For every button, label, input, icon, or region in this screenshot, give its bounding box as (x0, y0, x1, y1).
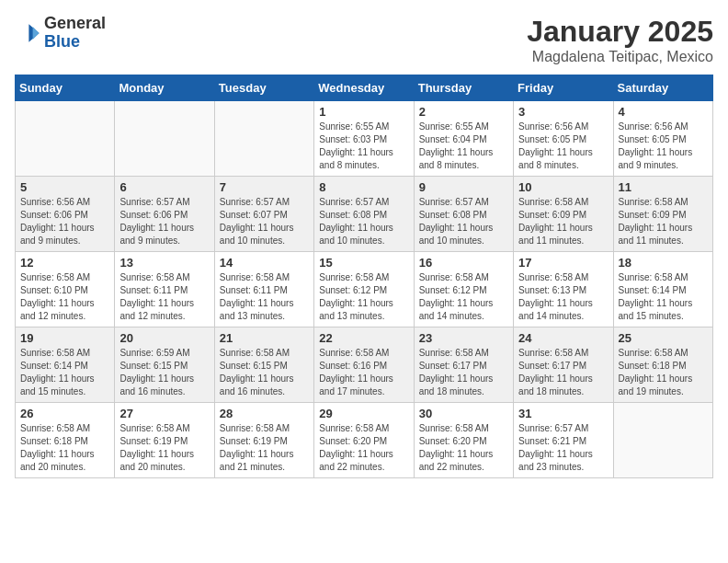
day-info: Sunrise: 6:57 AM Sunset: 6:07 PM Dayligh… (220, 196, 309, 247)
day-number: 18 (619, 256, 708, 270)
calendar-cell: 1Sunrise: 6:55 AM Sunset: 6:03 PM Daylig… (314, 101, 414, 177)
month-title: January 2025 (527, 15, 713, 49)
day-info: Sunrise: 6:58 AM Sunset: 6:12 PM Dayligh… (419, 271, 508, 323)
calendar-cell (613, 403, 712, 478)
day-number: 2 (419, 105, 508, 119)
logo: General Blue (15, 15, 106, 52)
day-info: Sunrise: 6:55 AM Sunset: 6:04 PM Dayligh… (419, 121, 508, 172)
calendar-cell: 31Sunrise: 6:57 AM Sunset: 6:21 PM Dayli… (514, 403, 613, 478)
calendar-cell: 19Sunrise: 6:58 AM Sunset: 6:14 PM Dayli… (16, 327, 115, 403)
day-info: Sunrise: 6:58 AM Sunset: 6:12 PM Dayligh… (319, 271, 408, 323)
calendar-cell: 17Sunrise: 6:58 AM Sunset: 6:13 PM Dayli… (514, 252, 613, 327)
logo-text: General Blue (44, 15, 106, 52)
calendar-cell: 28Sunrise: 6:58 AM Sunset: 6:19 PM Dayli… (214, 403, 313, 478)
day-number: 1 (319, 105, 408, 119)
day-number: 3 (518, 105, 608, 119)
day-number: 30 (419, 407, 508, 420)
calendar-week-2: 5Sunrise: 6:56 AM Sunset: 6:06 PM Daylig… (16, 177, 713, 252)
calendar-cell: 12Sunrise: 6:58 AM Sunset: 6:10 PM Dayli… (16, 252, 115, 327)
calendar-week-1: 1Sunrise: 6:55 AM Sunset: 6:03 PM Daylig… (16, 101, 713, 177)
day-number: 28 (220, 407, 309, 420)
day-number: 24 (518, 331, 608, 345)
day-info: Sunrise: 6:56 AM Sunset: 6:05 PM Dayligh… (518, 121, 608, 172)
day-number: 10 (518, 180, 608, 194)
calendar-cell: 26Sunrise: 6:58 AM Sunset: 6:18 PM Dayli… (16, 403, 115, 478)
calendar-cell: 8Sunrise: 6:57 AM Sunset: 6:08 PM Daylig… (314, 177, 414, 252)
day-number: 29 (319, 407, 408, 420)
day-info: Sunrise: 6:57 AM Sunset: 6:08 PM Dayligh… (319, 196, 408, 247)
calendar-cell: 25Sunrise: 6:58 AM Sunset: 6:18 PM Dayli… (613, 327, 712, 403)
day-number: 11 (619, 180, 708, 194)
day-number: 17 (518, 256, 608, 270)
day-number: 13 (119, 256, 209, 270)
day-info: Sunrise: 6:58 AM Sunset: 6:13 PM Dayligh… (518, 271, 608, 323)
day-number: 5 (20, 180, 109, 194)
weekday-header-friday: Friday (514, 75, 613, 101)
day-info: Sunrise: 6:56 AM Sunset: 6:06 PM Dayligh… (20, 196, 109, 247)
weekday-header-tuesday: Tuesday (214, 75, 313, 101)
day-info: Sunrise: 6:58 AM Sunset: 6:15 PM Dayligh… (220, 347, 309, 398)
day-info: Sunrise: 6:58 AM Sunset: 6:20 PM Dayligh… (319, 422, 408, 474)
day-info: Sunrise: 6:58 AM Sunset: 6:17 PM Dayligh… (419, 347, 508, 398)
day-number: 12 (20, 256, 109, 270)
day-number: 19 (20, 331, 109, 345)
calendar-cell: 18Sunrise: 6:58 AM Sunset: 6:14 PM Dayli… (613, 252, 712, 327)
day-info: Sunrise: 6:58 AM Sunset: 6:19 PM Dayligh… (119, 422, 209, 474)
day-info: Sunrise: 6:58 AM Sunset: 6:14 PM Dayligh… (619, 271, 708, 323)
day-number: 26 (20, 407, 109, 420)
calendar-cell: 6Sunrise: 6:57 AM Sunset: 6:06 PM Daylig… (115, 177, 214, 252)
weekday-header-sunday: Sunday (16, 75, 115, 101)
day-number: 14 (220, 256, 309, 270)
day-number: 6 (119, 180, 209, 194)
weekday-header-thursday: Thursday (414, 75, 513, 101)
day-number: 9 (419, 180, 508, 194)
day-number: 31 (518, 407, 608, 420)
calendar-cell: 27Sunrise: 6:58 AM Sunset: 6:19 PM Dayli… (115, 403, 214, 478)
calendar-week-3: 12Sunrise: 6:58 AM Sunset: 6:10 PM Dayli… (16, 252, 713, 327)
calendar-cell: 20Sunrise: 6:59 AM Sunset: 6:15 PM Dayli… (115, 327, 214, 403)
day-number: 20 (119, 331, 209, 345)
calendar-cell: 15Sunrise: 6:58 AM Sunset: 6:12 PM Dayli… (314, 252, 414, 327)
day-info: Sunrise: 6:58 AM Sunset: 6:11 PM Dayligh… (119, 271, 209, 323)
location-title: Magdalena Teitipac, Mexico (527, 49, 713, 65)
calendar: SundayMondayTuesdayWednesdayThursdayFrid… (15, 75, 713, 478)
calendar-cell: 10Sunrise: 6:58 AM Sunset: 6:09 PM Dayli… (514, 177, 613, 252)
calendar-week-5: 26Sunrise: 6:58 AM Sunset: 6:18 PM Dayli… (16, 403, 713, 478)
day-number: 8 (319, 180, 408, 194)
calendar-cell (16, 101, 115, 177)
day-info: Sunrise: 6:58 AM Sunset: 6:20 PM Dayligh… (419, 422, 508, 474)
page-header: General Blue January 2025 Magdalena Teit… (15, 15, 713, 65)
calendar-cell: 4Sunrise: 6:56 AM Sunset: 6:05 PM Daylig… (613, 101, 712, 177)
day-info: Sunrise: 6:57 AM Sunset: 6:21 PM Dayligh… (518, 422, 608, 474)
weekday-header-wednesday: Wednesday (314, 75, 414, 101)
day-info: Sunrise: 6:58 AM Sunset: 6:09 PM Dayligh… (619, 196, 708, 247)
day-info: Sunrise: 6:57 AM Sunset: 6:08 PM Dayligh… (419, 196, 508, 247)
day-info: Sunrise: 6:58 AM Sunset: 6:17 PM Dayligh… (518, 347, 608, 398)
day-info: Sunrise: 6:57 AM Sunset: 6:06 PM Dayligh… (119, 196, 209, 247)
calendar-week-4: 19Sunrise: 6:58 AM Sunset: 6:14 PM Dayli… (16, 327, 713, 403)
logo-icon (15, 20, 40, 46)
calendar-cell: 9Sunrise: 6:57 AM Sunset: 6:08 PM Daylig… (414, 177, 513, 252)
calendar-cell: 3Sunrise: 6:56 AM Sunset: 6:05 PM Daylig… (514, 101, 613, 177)
day-number: 23 (419, 331, 508, 345)
day-info: Sunrise: 6:58 AM Sunset: 6:18 PM Dayligh… (20, 422, 109, 474)
title-block: January 2025 Magdalena Teitipac, Mexico (527, 15, 713, 65)
weekday-header-row: SundayMondayTuesdayWednesdayThursdayFrid… (16, 75, 713, 101)
calendar-cell: 14Sunrise: 6:58 AM Sunset: 6:11 PM Dayli… (214, 252, 313, 327)
calendar-cell: 21Sunrise: 6:58 AM Sunset: 6:15 PM Dayli… (214, 327, 313, 403)
day-info: Sunrise: 6:55 AM Sunset: 6:03 PM Dayligh… (319, 121, 408, 172)
day-info: Sunrise: 6:58 AM Sunset: 6:14 PM Dayligh… (20, 347, 109, 398)
calendar-cell: 16Sunrise: 6:58 AM Sunset: 6:12 PM Dayli… (414, 252, 513, 327)
day-info: Sunrise: 6:58 AM Sunset: 6:10 PM Dayligh… (20, 271, 109, 323)
day-info: Sunrise: 6:58 AM Sunset: 6:16 PM Dayligh… (319, 347, 408, 398)
calendar-cell: 5Sunrise: 6:56 AM Sunset: 6:06 PM Daylig… (16, 177, 115, 252)
calendar-cell (115, 101, 214, 177)
calendar-cell: 11Sunrise: 6:58 AM Sunset: 6:09 PM Dayli… (613, 177, 712, 252)
calendar-cell: 13Sunrise: 6:58 AM Sunset: 6:11 PM Dayli… (115, 252, 214, 327)
day-number: 7 (220, 180, 309, 194)
day-number: 16 (419, 256, 508, 270)
day-number: 21 (220, 331, 309, 345)
calendar-cell: 7Sunrise: 6:57 AM Sunset: 6:07 PM Daylig… (214, 177, 313, 252)
day-number: 4 (619, 105, 708, 119)
calendar-cell: 2Sunrise: 6:55 AM Sunset: 6:04 PM Daylig… (414, 101, 513, 177)
